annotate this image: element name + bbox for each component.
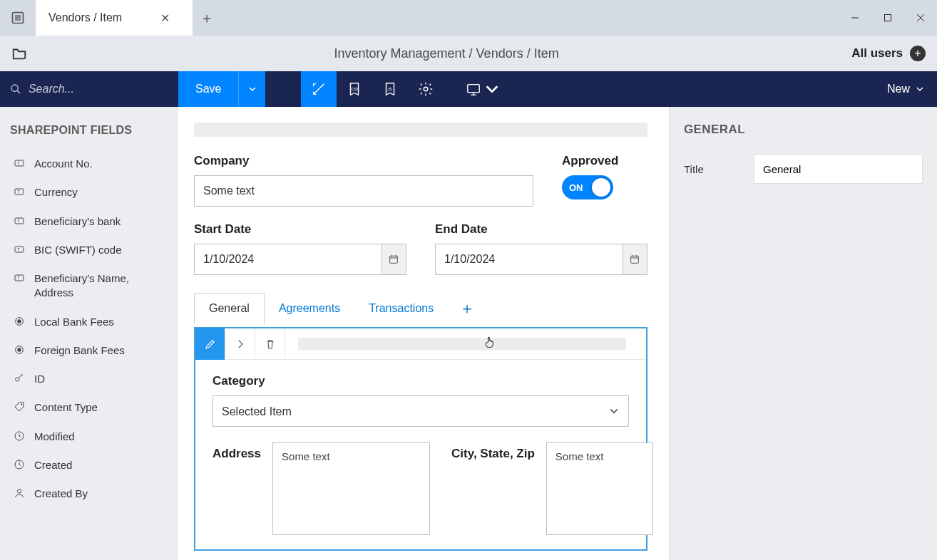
sidebar-item-3[interactable]: TBIC (SWIFT) code [10,236,168,264]
end-date-picker-icon[interactable] [623,244,647,275]
allusers-label[interactable]: All users [851,46,903,61]
approved-label: Approved [562,154,647,168]
prop-title-input[interactable] [754,154,923,184]
category-label: Category [213,374,629,388]
svg-point-27 [17,348,21,351]
sidebar-item-label: Content Type [34,400,98,415]
sidebar-item-label: ID [34,372,45,386]
svg-text:T: T [17,219,20,223]
panel-placeholder-bar [298,338,626,351]
sidebar-item-6[interactable]: Foreign Bank Fees [10,336,168,365]
add-tab-icon[interactable]: ＋ [193,0,221,36]
css-tool-icon[interactable]: CSS [337,71,372,107]
sidebar-item-4[interactable]: TBeneficiary's Name, Address [10,264,168,308]
key-icon [13,372,26,385]
sidebar-item-9[interactable]: Modified [10,422,168,451]
add-user-icon[interactable]: + [910,46,926,61]
preview-device-icon[interactable] [465,71,501,107]
chevron-down-icon [916,85,924,93]
svg-point-32 [17,489,21,493]
tab-transactions[interactable]: Transactions [354,294,448,323]
canvas: Company Approved ON Start Date End Date [178,107,670,560]
maximize-button[interactable] [871,0,904,36]
search-box[interactable] [0,71,178,107]
tab-general[interactable]: General [194,293,265,325]
sidebar-item-label: Modified [34,430,75,444]
save-group: Save [178,71,265,107]
toggle-on-text: ON [569,182,583,193]
text-icon: T [13,157,26,170]
properties-pane: GENERAL Title [670,107,937,560]
category-select[interactable]: Selected Item [213,395,629,427]
end-date-label: End Date [435,222,647,237]
svg-point-25 [17,319,21,323]
properties-title: GENERAL [684,123,923,137]
svg-rect-1 [15,15,21,21]
svg-text:T: T [17,190,20,194]
sidebar-item-1[interactable]: TCurrency [10,178,168,207]
chevron-right-icon[interactable] [225,328,255,360]
csz-label: City, State, Zip [451,447,535,461]
sidebar-title: SHAREPOINT FIELDS [10,124,168,137]
tab-panel-general: Category Selected Item Address Some text… [194,327,647,551]
sidebar-item-label: Beneficiary's Name, Address [34,271,165,301]
svg-rect-3 [885,15,891,21]
folder-icon[interactable] [11,46,27,61]
text-icon: T [13,243,26,256]
edit-icon[interactable] [195,328,225,360]
sidebar-item-label: BIC (SWIFT) code [34,243,122,257]
company-input[interactable] [194,175,533,207]
search-icon [10,83,21,95]
save-button[interactable]: Save [178,71,238,107]
inner-tabs: General Agreements Transactions ＋ [194,291,647,328]
start-date-label: Start Date [194,222,406,237]
start-date-picker-icon[interactable] [382,244,406,275]
toolbar: Save CSS JS New [0,71,937,107]
design-tool-icon[interactable] [301,71,337,107]
titlebar: Vendors / Item ✕ ＋ [0,0,937,36]
new-button[interactable]: New [874,71,937,107]
svg-text:T: T [17,247,20,252]
sidebar-item-10[interactable]: Created [10,451,168,479]
approved-toggle[interactable]: ON [562,175,613,199]
sidebar-item-2[interactable]: TBeneficiary's bank [10,207,168,236]
panel-toolbar [195,328,646,360]
svg-point-29 [21,404,22,405]
text-icon: T [13,214,26,227]
text-icon: T [13,185,26,198]
save-dropdown-icon[interactable] [238,71,265,107]
svg-text:T: T [17,276,20,280]
address-label: Address [213,447,261,461]
sidebar: SHAREPOINT FIELDS TAccount No.TCurrencyT… [0,107,178,560]
svg-rect-33 [390,256,398,263]
end-date-input[interactable] [435,244,623,275]
js-tool-icon[interactable]: JS [372,71,408,107]
tag-icon [13,400,26,413]
csz-input[interactable]: Some text [546,442,653,535]
sidebar-item-label: Local Bank Fees [34,315,114,329]
minimize-button[interactable] [839,0,871,36]
sidebar-item-7[interactable]: ID [10,365,168,393]
sidebar-item-11[interactable]: Created By [10,479,168,508]
start-date-input[interactable] [194,244,382,275]
sidebar-item-label: Currency [34,185,78,199]
tool-buttons: CSS JS [301,71,501,107]
window-tab[interactable]: Vendors / Item ✕ [36,0,193,36]
clock-icon [13,458,26,471]
sidebar-item-0[interactable]: TAccount No. [10,150,168,178]
svg-point-28 [16,378,19,381]
pointer-cursor-icon [483,335,498,349]
text-icon: T [13,271,26,284]
search-input[interactable] [29,83,168,95]
sidebar-item-8[interactable]: Content Type [10,393,168,422]
sidebar-item-5[interactable]: Local Bank Fees [10,308,168,336]
tab-agreements[interactable]: Agreements [265,294,354,323]
placeholder-bar [194,123,647,137]
delete-icon[interactable] [255,328,285,360]
close-tab-icon[interactable]: ✕ [158,11,172,25]
company-label: Company [194,154,533,168]
add-inner-tab-icon[interactable]: ＋ [448,291,486,326]
settings-tool-icon[interactable] [408,71,444,107]
close-window-button[interactable] [904,0,937,36]
address-input[interactable]: Some text [272,442,430,535]
